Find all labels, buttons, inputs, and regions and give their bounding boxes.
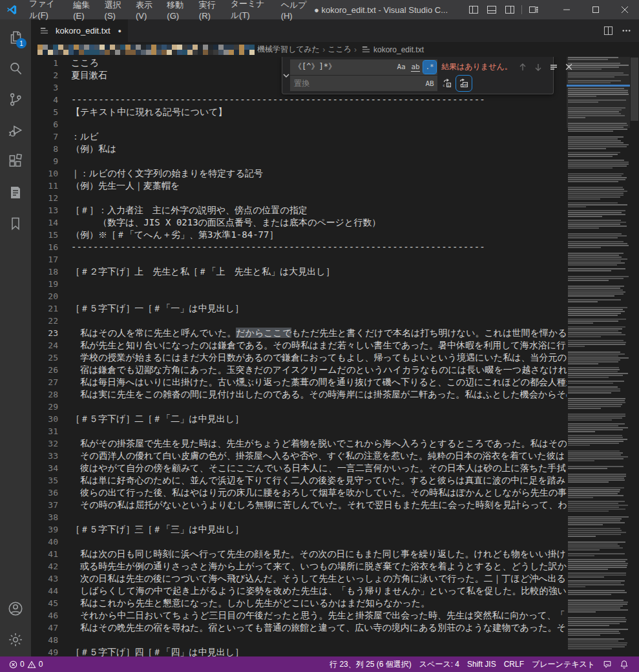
line-number[interactable]: 2	[31, 69, 71, 81]
vscode-logo-icon[interactable]	[6, 4, 17, 16]
editor-line[interactable]: 39［＃５字下げ］三［＃「三」は中見出し］	[31, 523, 567, 536]
notifications-bell-icon[interactable]	[616, 660, 633, 669]
file-encoding[interactable]: Shift JIS	[463, 660, 500, 669]
replace-input[interactable]: 置換 AB	[290, 76, 437, 91]
account-icon[interactable]	[0, 593, 31, 624]
editor-line[interactable]: 13［＃］：入力者注 主に外字の説明や、傍点の位置の指定	[31, 204, 567, 216]
line-number[interactable]: 34	[31, 462, 71, 474]
editor-line[interactable]: 41 私は次の日も同じ時刻に浜へ行って先生の顔を見た。その次の日にもまた同じ事を…	[31, 548, 567, 560]
editor-line[interactable]: 34 彼はやがて自分の傍を顧みて、そこにこごんでいる日本人に、一言二言何かいった…	[31, 462, 567, 474]
editor-line[interactable]: 42 或る時先生が例の通りさっさと海から上がって来て、いつもの場所に脱ぎ棄てた浴…	[31, 560, 567, 572]
editor-line[interactable]: 28 私は実に先生をこの雑沓の間に見付け出したのである。その時海岸には掛茶屋が二…	[31, 388, 567, 401]
line-number[interactable]: 45	[31, 597, 71, 609]
line-number[interactable]: 9	[31, 155, 71, 167]
menu-file[interactable]: ファイル(F)	[24, 0, 68, 19]
editor-line[interactable]: 46 それから中二日おいてちょうど三日目の午後だったと思う。先生と掛茶屋で出会っ…	[31, 609, 567, 622]
menu-edit[interactable]: 編集(E)	[68, 0, 99, 19]
editor-line[interactable]: 9	[31, 155, 567, 167]
preserve-case-button[interactable]: AB	[423, 77, 436, 90]
line-number[interactable]: 25	[31, 352, 71, 364]
toggle-panel-icon[interactable]	[483, 0, 501, 19]
line-number[interactable]: 24	[31, 339, 71, 352]
toggle-replace-button[interactable]	[282, 57, 290, 94]
line-number[interactable]: 21	[31, 302, 71, 315]
breadcrumb-item-folder[interactable]: 機械学習してみた	[257, 44, 320, 55]
editor-line[interactable]: 48	[31, 634, 567, 646]
replace-all-button[interactable]: ab	[457, 76, 471, 90]
line-number[interactable]: 44	[31, 585, 71, 597]
line-number[interactable]: 47	[31, 622, 71, 634]
eol-sequence[interactable]: CRLF	[500, 660, 528, 669]
line-number[interactable]: 13	[31, 204, 71, 216]
line-number[interactable]: 39	[31, 523, 71, 536]
editor-line[interactable]: 26 宿は鎌倉でも辺鄙な方角にあった。玉突きだのアイスクリームだのというハイカラ…	[31, 364, 567, 376]
cursor-position[interactable]: 行 23、列 25 (6 個選択)	[326, 659, 415, 670]
editor-line[interactable]: 36 彼らの出て行った後、私はやはり元の床几に腰をおろして烟草を吹かしていた。そ…	[31, 487, 567, 499]
extensions-icon[interactable]	[0, 146, 31, 177]
line-number[interactable]: 5	[31, 106, 71, 118]
vertical-scrollbar[interactable]	[630, 57, 639, 656]
run-debug-icon[interactable]	[0, 115, 31, 146]
split-editor-icon[interactable]	[600, 23, 616, 39]
line-number[interactable]: 23	[31, 327, 71, 339]
line-number[interactable]: 4	[31, 94, 71, 106]
editor-line[interactable]: 21［＃５字下げ］一［＃「一」は中見出し］	[31, 302, 567, 315]
menu-go[interactable]: 移動(G)	[162, 0, 193, 19]
editor-line[interactable]: 29	[31, 401, 567, 413]
line-number[interactable]: 37	[31, 499, 71, 511]
editor-line[interactable]: 38	[31, 511, 567, 523]
editor-line[interactable]: 11（例）先生一人｜麦藁帽を	[31, 180, 567, 192]
line-number[interactable]: 6	[31, 118, 71, 131]
minimap[interactable]	[567, 57, 630, 656]
close-button[interactable]	[610, 0, 639, 19]
next-match-icon[interactable]	[532, 61, 545, 74]
editor-line[interactable]: 31	[31, 425, 567, 437]
regex-button[interactable]: .*	[423, 61, 436, 74]
editor-line[interactable]: 27 私は毎日海へはいりに出掛けた。古い燻ぶり返った藁葺の間を通り抜けて磯へ下り…	[31, 376, 567, 388]
problems-indicator[interactable]: 0 0	[5, 660, 47, 669]
line-number[interactable]: 20	[31, 290, 71, 302]
editor[interactable]: 1こころ2夏目漱石34-----------------------------…	[31, 57, 639, 656]
replace-button[interactable]: bc	[440, 76, 454, 90]
line-number[interactable]: 27	[31, 376, 71, 388]
line-number[interactable]: 7	[31, 131, 71, 143]
editor-line[interactable]: 19	[31, 278, 567, 290]
editor-line[interactable]: 44 しばらくして海の中で起き上がるように姿勢を改めた先生は、「もう帰りませんか…	[31, 585, 567, 597]
editor-line[interactable]: 37 その時の私は屈托がないというよりむしろ無聊に苦しんでいた。それで翌日もまた…	[31, 499, 567, 511]
editor-line[interactable]: 17	[31, 253, 567, 266]
editor-line[interactable]: 8（例）私は	[31, 143, 567, 155]
editor-line[interactable]: 25 学校の授業が始まるにはまだ大分日数があるので鎌倉におってもよし、帰ってもよ…	[31, 352, 567, 364]
editor-line[interactable]: 12	[31, 192, 567, 204]
line-number[interactable]: 36	[31, 487, 71, 499]
editor-line[interactable]: 5【テキスト中に現れる記号について】	[31, 106, 567, 118]
line-number[interactable]: 38	[31, 511, 71, 523]
bookmarks-icon[interactable]	[0, 208, 31, 239]
editor-line[interactable]: 10｜：ルビの付く文字列の始まりを特定する記号	[31, 167, 567, 180]
line-number[interactable]: 8	[31, 143, 71, 155]
line-number[interactable]: 29	[31, 401, 71, 413]
line-number[interactable]: 22	[31, 315, 71, 327]
editor-line[interactable]: 40	[31, 536, 567, 548]
line-number[interactable]: 46	[31, 609, 71, 622]
line-number[interactable]: 1	[31, 57, 71, 69]
more-actions-icon[interactable]	[618, 23, 634, 39]
editor-line[interactable]: 43 次の日私は先生の後につづいて海へ飛び込んだ。そうして先生といっしょの方角に…	[31, 572, 567, 585]
previous-match-icon[interactable]	[516, 61, 529, 74]
line-number[interactable]: 30	[31, 413, 71, 425]
menu-view[interactable]: 表示(V)	[131, 0, 162, 19]
line-number[interactable]: 16	[31, 241, 71, 253]
line-number[interactable]: 40	[31, 536, 71, 548]
maximize-button[interactable]	[581, 0, 610, 19]
editor-line[interactable]: 24 私が先生と知り合いになったのは鎌倉である。その時私はまだ若々しい書生であっ…	[31, 339, 567, 352]
dirty-indicator[interactable]: ●	[118, 28, 121, 34]
settings-gear-icon[interactable]	[0, 624, 31, 655]
line-number[interactable]: 35	[31, 474, 71, 487]
editor-line[interactable]: 32 私がその掛茶屋で先生を見た時は、先生がちょうど着物を脱いでこれから海へ入ろ…	[31, 437, 567, 450]
editor-line[interactable]: 22	[31, 315, 567, 327]
line-number[interactable]: 14	[31, 216, 71, 229]
editor-line[interactable]: 18［＃２字下げ］上 先生と私［＃「上 先生と私」は大見出し］	[31, 266, 567, 278]
find-input[interactable]: 《[^》]*》 Aa ab .*	[290, 59, 437, 75]
editor-line[interactable]: 45 私はこれから先生と懇意になった。しかし先生がどこにいるかはまだ知らなかった…	[31, 597, 567, 609]
line-number[interactable]: 26	[31, 364, 71, 376]
line-number[interactable]: 31	[31, 425, 71, 437]
